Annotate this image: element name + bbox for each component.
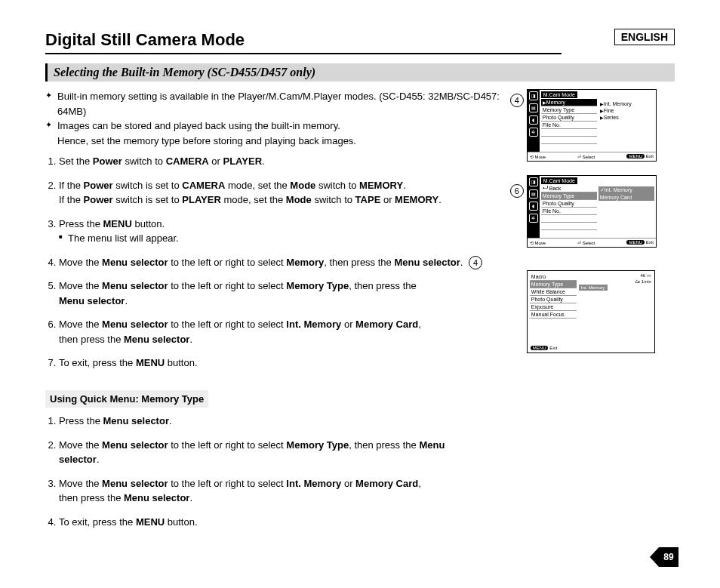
page-title: Digital Still Camera Mode bbox=[45, 30, 562, 54]
t: Mode bbox=[290, 180, 315, 191]
t: . bbox=[262, 155, 265, 167]
memory-icon: ▤ bbox=[529, 189, 538, 199]
lcd-value-badge: Int. Memory bbox=[579, 285, 608, 291]
t: Menu selector bbox=[59, 295, 125, 306]
t: or bbox=[341, 478, 355, 489]
qstep-2: Move the Menu selector to the left or ri… bbox=[59, 438, 519, 467]
t: switch is set to bbox=[113, 194, 183, 205]
t: , bbox=[418, 319, 421, 330]
language-box: ENGLISH bbox=[614, 29, 675, 45]
t: MENU bbox=[136, 516, 165, 528]
menu-pill: MENU bbox=[531, 346, 549, 350]
t: Menu bbox=[419, 439, 445, 451]
t: Memory Type bbox=[286, 280, 349, 291]
t: Move the bbox=[59, 280, 102, 291]
t: MENU bbox=[136, 357, 165, 368]
t: Exit bbox=[646, 154, 654, 159]
lcd-val: ▶Int. Memory bbox=[598, 100, 654, 107]
section-subtitle: Selecting the Built-in Memory (SC-D455/D… bbox=[45, 63, 675, 82]
lcd-val: ▶Series bbox=[598, 114, 654, 121]
t: mode, set the bbox=[221, 194, 286, 205]
t: , then press the bbox=[349, 439, 419, 451]
main-text-column: Built-in memory setting is available in … bbox=[45, 89, 519, 538]
lcd-screenshot-4: ◨ ▤ ◖ ✲ M.Cam Mode ▶Memory Memory Type P… bbox=[527, 89, 657, 162]
lcd-back-row: ⮠ Back bbox=[541, 185, 597, 192]
camera-icon: ◨ bbox=[529, 91, 538, 100]
t: To exit, press the bbox=[59, 357, 136, 368]
t: Fine bbox=[604, 108, 614, 113]
t: Power bbox=[84, 180, 113, 191]
t: Move the bbox=[59, 478, 102, 489]
t: Menu selector bbox=[102, 319, 168, 330]
t: Menu selector bbox=[102, 257, 168, 268]
lcd-row: Photo Quality bbox=[541, 200, 597, 208]
t: Menu selector bbox=[103, 415, 169, 426]
intro-bullet: Built-in memory setting is available in … bbox=[45, 89, 519, 119]
t: to the left or right to select bbox=[168, 257, 287, 268]
t: Exit bbox=[549, 346, 557, 350]
t: Memory Card bbox=[355, 478, 418, 489]
lcd-row: File No. bbox=[541, 122, 597, 129]
t: , then press the bbox=[324, 257, 394, 268]
figure-marker-6: 6 bbox=[510, 184, 524, 198]
t: to the left or right to select bbox=[168, 280, 287, 291]
t: Move bbox=[534, 241, 546, 245]
step-5: Move the Menu selector to the left or ri… bbox=[59, 279, 519, 308]
t: to the left or right to select bbox=[168, 439, 287, 451]
t: To exit, press the bbox=[59, 516, 136, 528]
t: Select bbox=[583, 155, 595, 159]
lcd-sidebar-icons: ◨ ▤ ◖ ✲ bbox=[528, 176, 540, 238]
t: . bbox=[189, 492, 192, 503]
t: then press the bbox=[59, 334, 124, 345]
t: Int. Memory bbox=[286, 478, 341, 489]
t: then press the bbox=[59, 492, 124, 503]
remaining-time: 1min bbox=[642, 279, 651, 284]
t: Move bbox=[534, 155, 546, 159]
t: . bbox=[125, 295, 128, 306]
step-1: Set the Power switch to CAMERA or PLAYER… bbox=[59, 154, 519, 169]
t: switch to bbox=[122, 155, 166, 167]
text: Images can be stored and played back usi… bbox=[57, 120, 340, 131]
lcd-val: ▶Fine bbox=[598, 107, 654, 114]
t: , bbox=[418, 478, 421, 489]
t: Press the bbox=[59, 415, 103, 426]
t: Memory Card bbox=[355, 319, 418, 330]
t: . bbox=[189, 334, 192, 345]
settings-icon: ✲ bbox=[529, 214, 538, 223]
t: Menu selector bbox=[102, 478, 168, 489]
lcd-footer: ⟲ Move ⏎ Select MENU Exit bbox=[528, 152, 656, 161]
figure-marker-4: 4 bbox=[510, 94, 524, 107]
t: PLAYER bbox=[182, 194, 221, 205]
page-number-arrow-icon bbox=[650, 547, 659, 567]
lcd-row: File No. bbox=[541, 208, 597, 215]
t: TAPE bbox=[355, 194, 381, 205]
t: . bbox=[169, 415, 172, 426]
screenshots-column: 4 ◨ ▤ ◖ ✲ M.Cam Mode ▶Memory bbox=[527, 89, 675, 538]
t: . bbox=[438, 194, 442, 205]
intro-bullet: Images can be stored and played back usi… bbox=[45, 119, 519, 148]
camera-icon: ◨ bbox=[529, 177, 538, 186]
t: If the bbox=[59, 194, 84, 205]
t: Select bbox=[583, 241, 595, 245]
lcd-row bbox=[541, 223, 597, 230]
step-4: Move the Menu selector to the left or ri… bbox=[59, 255, 519, 270]
tape-icon: ◖ bbox=[529, 115, 538, 125]
menu-pill: MENU bbox=[626, 154, 645, 159]
t: MEMORY bbox=[359, 180, 403, 191]
t: Memory bbox=[286, 257, 324, 268]
t: Move the bbox=[59, 439, 102, 451]
t: Back bbox=[549, 186, 562, 191]
t: or bbox=[341, 319, 355, 330]
t: Int. Memory bbox=[605, 187, 632, 192]
lcd-screenshot-6: ◨ ▤ ◖ ✲ M.Cam Mode ⮠ Back Memory Type Ph… bbox=[527, 175, 657, 248]
t: . bbox=[460, 257, 463, 268]
lcd-row: Memory Type bbox=[541, 106, 597, 114]
lcd-footer: MENU Exit bbox=[531, 346, 557, 350]
t: Int. Memory bbox=[286, 319, 341, 330]
t: Menu selector bbox=[124, 492, 189, 503]
memory-icon: ▤ bbox=[529, 103, 538, 112]
t: MENU bbox=[103, 218, 132, 229]
lcd-row: White Balance bbox=[530, 288, 577, 296]
lcd-row bbox=[541, 137, 597, 144]
t: Power bbox=[93, 155, 122, 167]
